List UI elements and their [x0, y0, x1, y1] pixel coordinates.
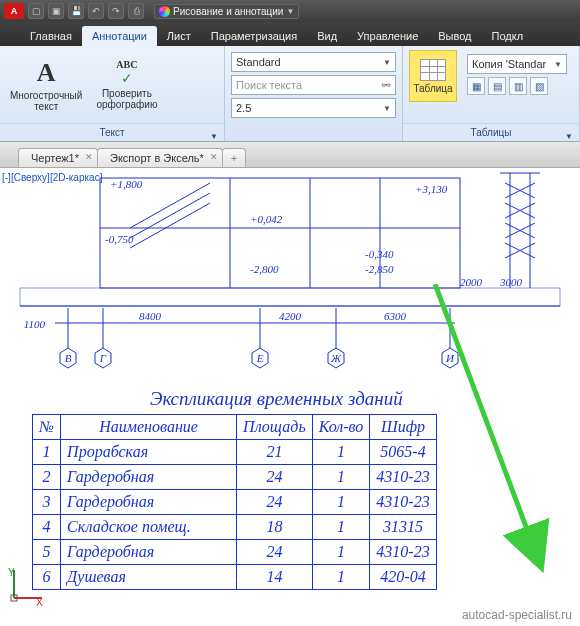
- svg-text:-0,340: -0,340: [365, 248, 394, 260]
- svg-text:8400: 8400: [139, 310, 162, 322]
- svg-text:Е: Е: [256, 352, 264, 364]
- document-tabstrip: Чертеж1*✕ Экспорт в Эксель*✕ +: [0, 142, 580, 168]
- table-title: Экспликация временных зданий: [150, 388, 403, 410]
- table-button[interactable]: Таблица: [409, 50, 457, 102]
- qat-new-icon[interactable]: ▢: [28, 3, 44, 19]
- app-logo[interactable]: A: [4, 3, 24, 19]
- svg-text:X: X: [36, 597, 43, 606]
- table-row: 5Гардеробная2414310-23: [33, 540, 437, 565]
- svg-text:В: В: [65, 352, 72, 364]
- tab-output[interactable]: Вывод: [428, 26, 481, 46]
- watermark: autocad-specialist.ru: [462, 608, 572, 622]
- chevron-down-icon: ▼: [210, 128, 218, 146]
- qat-print-icon[interactable]: ⎙: [128, 3, 144, 19]
- workspace-switcher[interactable]: Рисование и аннотации ▼: [154, 4, 299, 19]
- workspace-label: Рисование и аннотации: [173, 6, 283, 17]
- table-icon: [420, 59, 446, 81]
- explication-table: № Наименование Площадь Кол-во Шифр 1Прор…: [32, 414, 437, 590]
- spellcheck-label: Проверить орфографию: [96, 88, 157, 110]
- document-tab[interactable]: Чертеж1*✕: [18, 148, 98, 167]
- svg-text:Ж: Ж: [330, 352, 342, 364]
- text-style-combo[interactable]: Standard▼: [231, 52, 396, 72]
- qat-undo-icon[interactable]: ↶: [88, 3, 104, 19]
- col-area: Площадь: [237, 415, 313, 440]
- col-name: Наименование: [61, 415, 237, 440]
- svg-text:3000: 3000: [499, 276, 523, 288]
- drawing-canvas[interactable]: [-][Сверху][2D-каркас]: [0, 168, 580, 626]
- tab-annotations[interactable]: Аннотации: [82, 26, 157, 46]
- chevron-down-icon: ▼: [383, 58, 391, 67]
- table-tool-2-icon[interactable]: ▤: [488, 77, 506, 95]
- svg-rect-2: [100, 178, 460, 288]
- svg-text:1100: 1100: [24, 318, 46, 330]
- svg-text:Y: Y: [8, 567, 15, 578]
- tab-layout[interactable]: Лист: [157, 26, 201, 46]
- svg-line-9: [130, 203, 210, 248]
- table-row: 3Гардеробная2414310-23: [33, 490, 437, 515]
- spellcheck-button[interactable]: ABC ✓ Проверить орфографию: [92, 57, 161, 112]
- tab-plugins[interactable]: Подкл: [482, 26, 534, 46]
- table-row: 6Душевая141420-04: [33, 565, 437, 590]
- mtext-label: Многострочный текст: [10, 90, 82, 112]
- abc-icon: ABC: [116, 59, 137, 70]
- svg-text:6300: 6300: [384, 310, 407, 322]
- svg-rect-0: [20, 288, 560, 306]
- tab-parametric[interactable]: Параметризация: [201, 26, 307, 46]
- svg-text:4200: 4200: [279, 310, 302, 322]
- ucs-icon: Y X: [6, 566, 46, 606]
- new-tab-button[interactable]: +: [222, 148, 246, 167]
- ribbon-tabs: Главная Аннотации Лист Параметризация Ви…: [0, 22, 580, 46]
- table-button-label: Таблица: [413, 83, 452, 94]
- svg-text:+0,042: +0,042: [250, 213, 283, 225]
- table-row: 4Складское помещ.18131315: [33, 515, 437, 540]
- close-icon[interactable]: ✕: [85, 152, 93, 162]
- check-icon: ✓: [121, 70, 133, 86]
- mtext-icon: A: [37, 58, 56, 88]
- mtext-button[interactable]: A Многострочный текст: [6, 56, 86, 114]
- document-tab[interactable]: Экспорт в Эксель*✕: [97, 148, 223, 167]
- text-search-input[interactable]: Поиск текста👓: [231, 75, 396, 95]
- col-num: №: [33, 415, 61, 440]
- svg-text:-0,750: -0,750: [105, 233, 134, 245]
- chevron-down-icon: ▼: [565, 128, 573, 146]
- tab-manage[interactable]: Управление: [347, 26, 428, 46]
- table-tool-4-icon[interactable]: ▧: [530, 77, 548, 95]
- svg-text:+3,130: +3,130: [415, 183, 448, 195]
- qat-open-icon[interactable]: ▣: [48, 3, 64, 19]
- table-style-combo[interactable]: Копия 'Standar▼: [467, 54, 567, 74]
- col-qty: Кол-во: [312, 415, 370, 440]
- qat-save-icon[interactable]: 💾: [68, 3, 84, 19]
- tab-view[interactable]: Вид: [307, 26, 347, 46]
- text-height-combo[interactable]: 2.5▼: [231, 98, 396, 118]
- close-icon[interactable]: ✕: [210, 152, 218, 162]
- table-row: 2Гардеробная2414310-23: [33, 465, 437, 490]
- svg-text:И: И: [445, 352, 455, 364]
- col-code: Шифр: [370, 415, 436, 440]
- ribbon: A Многострочный текст ABC ✓ Проверить ор…: [0, 46, 580, 142]
- section-drawing: +1,800 -0,750 +0,042 +3,130 -2,800 -0,34…: [0, 168, 580, 388]
- table-row: 1Прорабская2115065-4: [33, 440, 437, 465]
- gear-icon: [159, 6, 170, 17]
- table-tool-3-icon[interactable]: ▥: [509, 77, 527, 95]
- tab-home[interactable]: Главная: [20, 26, 82, 46]
- qat-redo-icon[interactable]: ↷: [108, 3, 124, 19]
- svg-text:-2,850: -2,850: [365, 263, 394, 275]
- chevron-down-icon: ▼: [383, 104, 391, 113]
- chevron-down-icon: ▼: [554, 60, 562, 69]
- table-tool-1-icon[interactable]: ▦: [467, 77, 485, 95]
- svg-text:-2,800: -2,800: [250, 263, 279, 275]
- search-icon: 👓: [381, 81, 391, 90]
- svg-text:2000: 2000: [460, 276, 483, 288]
- chevron-down-icon: ▼: [286, 7, 294, 16]
- svg-text:Г: Г: [99, 352, 107, 364]
- panel-title-text[interactable]: Текст▼: [0, 123, 224, 141]
- panel-title-tables[interactable]: Таблицы▼: [403, 123, 579, 141]
- svg-text:+1,800: +1,800: [110, 178, 143, 190]
- svg-line-8: [130, 193, 210, 238]
- quick-access-toolbar: A ▢ ▣ 💾 ↶ ↷ ⎙ Рисование и аннотации ▼: [0, 0, 580, 22]
